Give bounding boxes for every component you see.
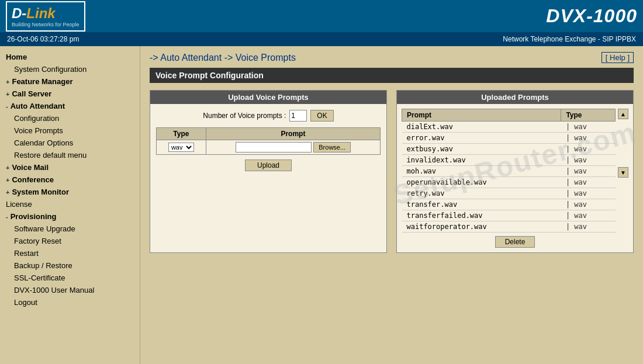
sidebar-label: System Configuration [14, 65, 87, 74]
help-link[interactable]: [ Help ] [601, 52, 634, 63]
browse-button[interactable]: Browse... [313, 142, 351, 152]
table-row[interactable]: error.wav| wav [402, 133, 616, 144]
sidebar-label: System Monitor [12, 188, 69, 196]
sidebar-item-conference[interactable]: +Conference [2, 174, 137, 186]
sidebar-item-dvx-1000-user-manual[interactable]: DVX-1000 User Manual [2, 284, 137, 296]
minus-icon: - [6, 103, 8, 110]
sidebar-item-call-server[interactable]: +Call Server [2, 88, 137, 100]
statusbar: 26-Oct-06 03:27:28 pm Network Telephone … [0, 32, 643, 46]
table-row[interactable]: operunavailable.wav| wav [402, 177, 616, 188]
num-prompts-input[interactable] [289, 110, 307, 122]
upload-button[interactable]: Upload [245, 160, 292, 171]
delete-btn-row: Delete [402, 236, 628, 248]
prompt-name-cell: dialExt.wav [402, 122, 561, 133]
uploaded-tbody: dialExt.wav| waverror.wav| wavextbusy.wa… [402, 122, 616, 233]
sidebar-item-system-monitor[interactable]: +System Monitor [2, 186, 137, 198]
table-row[interactable]: invalidext.wav| wav [402, 155, 616, 166]
upload-table-row: wav mp3 Browse... [157, 140, 381, 155]
home-label: Home [6, 53, 27, 61]
prompt-name-cell: retry.wav [402, 188, 561, 199]
main-content: -> Auto Attendant -> Voice Prompts [ Hel… [140, 46, 643, 364]
sidebar: Home System Configuration+Feature Manage… [0, 46, 140, 364]
scroll-buttons: ▲ ▼ [618, 109, 628, 178]
prompt-name-cell: extbusy.wav [402, 144, 561, 155]
sidebar-label: Factory Reset [14, 237, 61, 245]
prompt-name-cell: waitforoperator.wav [402, 221, 561, 233]
sidebar-item-ssl-certificate[interactable]: SSL-Certificate [2, 272, 137, 284]
sidebar-item-backup-/-restore[interactable]: Backup / Restore [2, 259, 137, 272]
sidebar-item-logout[interactable]: Logout [2, 296, 137, 308]
scroll-up-button[interactable]: ▲ [618, 109, 628, 119]
type-cell: | wav [561, 188, 616, 199]
uploaded-table: Prompt Type dialExt.wav| waverror.wav| w… [402, 109, 616, 233]
type-cell: | wav [561, 155, 616, 166]
product-name: DVX-1000 [546, 5, 637, 27]
sidebar-item-configuration[interactable]: Configuration [2, 112, 137, 124]
type-cell: | wav [561, 221, 616, 233]
sidebar-label: Restart [14, 249, 39, 258]
num-prompts-label: Number of Voice prompts : [203, 112, 286, 120]
type-cell: | wav [561, 144, 616, 155]
type-select[interactable]: wav mp3 [168, 143, 194, 152]
table-row[interactable]: waitforoperator.wav| wav [402, 221, 616, 233]
sidebar-item-feature-manager[interactable]: +Feature Manager [2, 75, 137, 88]
sidebar-item-calendar-options[interactable]: Calendar Options [2, 137, 137, 149]
sidebar-label: DVX-1000 User Manual [14, 286, 94, 294]
delete-button[interactable]: Delete [495, 236, 535, 248]
sidebar-label: Voice Mail [12, 163, 49, 172]
prompt-input[interactable] [236, 142, 312, 152]
type-cell: | wav [561, 166, 616, 177]
datetime: 26-Oct-06 03:27:28 pm [7, 35, 79, 43]
prompt-name-cell: error.wav [402, 133, 561, 144]
sidebar-item-provisioning[interactable]: -Provisioning [2, 210, 137, 223]
prompt-col-header: Prompt [206, 128, 380, 140]
plus-icon: + [6, 176, 9, 183]
prompt-name-cell: invalidext.wav [402, 155, 561, 166]
sidebar-items: System Configuration+Feature Manager+Cal… [2, 63, 137, 308]
logo-sub: Building Networks for People [12, 22, 79, 27]
plus-icon: + [6, 91, 9, 98]
table-row[interactable]: transfer.wav| wav [402, 199, 616, 210]
sidebar-item-factory-reset[interactable]: Factory Reset [2, 235, 137, 247]
system-name: Network Telephone Exchange - SIP IPPBX [503, 35, 636, 43]
sidebar-label: Software Upgrade [14, 224, 75, 233]
header: D-Link Building Networks for People DVX-… [0, 0, 643, 32]
sidebar-label: Logout [14, 298, 37, 307]
upload-panel: Upload Voice Prompts Number of Voice pro… [150, 90, 387, 253]
sidebar-item-software-upgrade[interactable]: Software Upgrade [2, 223, 137, 235]
prompt-col-th: Prompt [402, 109, 561, 122]
sidebar-item-system-configuration[interactable]: System Configuration [2, 63, 137, 75]
table-row[interactable]: dialExt.wav| wav [402, 122, 616, 133]
panels: Upload Voice Prompts Number of Voice pro… [150, 90, 634, 253]
scroll-down-button[interactable]: ▼ [618, 167, 628, 178]
logo-link: Link [26, 5, 55, 22]
upload-panel-title: Upload Voice Prompts [150, 91, 386, 104]
sidebar-label: Calendar Options [14, 138, 73, 147]
table-row[interactable]: retry.wav| wav [402, 188, 616, 199]
table-row[interactable]: extbusy.wav| wav [402, 144, 616, 155]
sidebar-item-voice-mail[interactable]: +Voice Mail [2, 161, 137, 174]
uploaded-panel-title: Uploaded Prompts [397, 91, 633, 104]
sidebar-item-license[interactable]: License [2, 198, 137, 210]
upload-table: Type Prompt wav mp3 [156, 127, 381, 155]
sidebar-item-voice-prompts[interactable]: Voice Prompts [2, 124, 137, 137]
sidebar-item-restart[interactable]: Restart [2, 247, 137, 259]
sidebar-label: Auto Attendant [11, 102, 65, 110]
type-cell: | wav [561, 122, 616, 133]
sidebar-label: Restore default menu [14, 151, 87, 160]
table-row[interactable]: transferfailed.wav| wav [402, 210, 616, 221]
prompt-name-cell: operunavailable.wav [402, 177, 561, 188]
sidebar-item-restore-default-menu[interactable]: Restore default menu [2, 149, 137, 161]
num-prompts-row: Number of Voice prompts : OK [156, 110, 381, 122]
breadcrumb-row: -> Auto Attendant -> Voice Prompts [ Hel… [150, 52, 634, 63]
ok-button[interactable]: OK [310, 110, 333, 122]
sidebar-label: Backup / Restore [14, 261, 72, 270]
type-col-th: Type [561, 109, 616, 122]
sidebar-label: Call Server [12, 89, 51, 98]
sidebar-item-auto-attendant[interactable]: -Auto Attendant [2, 100, 137, 112]
table-row[interactable]: moh.wav| wav [402, 166, 616, 177]
sidebar-label: Voice Prompts [14, 126, 63, 135]
sidebar-item-home[interactable]: Home [2, 51, 137, 63]
sidebar-label: SSL-Certificate [14, 273, 65, 282]
logo-area: D-Link Building Networks for People [6, 1, 85, 32]
